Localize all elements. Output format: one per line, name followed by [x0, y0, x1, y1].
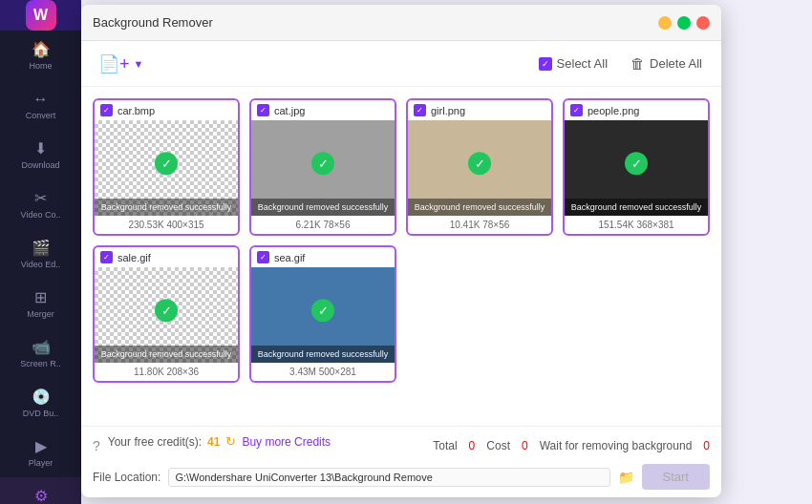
footer-stats: Total 0 Cost 0 Wait for removing backgro… — [433, 439, 710, 452]
background-remover-dialog: Background Remover — □ ✕ 📄+ ▼ ✓ Select A… — [81, 5, 721, 497]
card-image-3: ✓ Background removed successfully — [565, 120, 708, 216]
delete-all-button[interactable]: 🗑 Delete All — [623, 52, 710, 75]
file-location-label: File Location: — [93, 471, 160, 484]
card-meta-2: 10.41K 78×56 — [408, 216, 551, 234]
success-overlay-5: Background removed successfully — [251, 346, 395, 363]
sidebar-icon-6: 📹 — [32, 338, 51, 356]
sidebar-item-player[interactable]: ▶ Player — [0, 428, 81, 477]
main-area: Background Remover — □ ✕ 📄+ ▼ ✓ Select A… — [81, 0, 812, 504]
card-checkbox-1[interactable]: ✓ — [257, 104, 269, 116]
image-card[interactable]: ✓ cat.jpg ✓ Background removed successfu… — [249, 98, 396, 236]
dialog-title: Background Remover — [93, 15, 658, 30]
card-checkbox-4[interactable]: ✓ — [100, 251, 113, 263]
image-card[interactable]: ✓ sea.gif ✓ Background removed successfu… — [249, 245, 396, 383]
footer-help-icon[interactable]: ? — [93, 438, 100, 453]
sidebar-item-videoco..[interactable]: ✂ Video Co.. — [0, 179, 81, 229]
sidebar-item-home[interactable]: 🏠 Home — [0, 31, 81, 80]
dialog-toolbar: 📄+ ▼ ✓ Select All 🗑 Delete All — [81, 41, 721, 87]
close-button[interactable]: ✕ — [696, 16, 710, 30]
image-card[interactable]: ✓ girl.png ✓ Background removed successf… — [406, 98, 553, 236]
sidebar-label-4: Video Ed.. — [21, 260, 60, 269]
card-image-1: ✓ Background removed successfully — [251, 120, 395, 216]
select-all-button[interactable]: ✓ Select All — [531, 52, 615, 74]
image-card[interactable]: ✓ car.bmp ✓ Background removed successfu… — [93, 98, 240, 236]
dropdown-arrow-icon: ▼ — [134, 58, 144, 70]
sidebar-label-6: Screen R.. — [20, 359, 61, 368]
success-check-5: ✓ — [311, 299, 334, 322]
start-button[interactable]: Start — [642, 464, 710, 490]
sidebar-label-5: Merger — [27, 309, 54, 319]
sidebar-icon-7: 💿 — [32, 388, 51, 406]
total-value: 0 — [469, 439, 476, 452]
sidebar-label-0: Home — [29, 61, 52, 71]
sidebar-icon-9: ⚙ — [34, 487, 48, 504]
success-check-2: ✓ — [468, 152, 491, 175]
success-overlay-3: Background removed successfully — [565, 199, 708, 216]
add-files-button[interactable]: 📄+ ▼ — [93, 50, 149, 78]
image-grid: ✓ car.bmp ✓ Background removed successfu… — [81, 87, 721, 426]
card-checkbox-3[interactable]: ✓ — [570, 104, 583, 116]
sidebar-icon-3: ✂ — [34, 189, 47, 207]
credits-info: Your free credit(s): 41 ↻ Buy more Credi… — [108, 434, 331, 449]
card-meta-4: 11.80K 208×36 — [95, 363, 238, 381]
card-checkbox-2[interactable]: ✓ — [414, 104, 426, 116]
refresh-icon[interactable]: ↻ — [225, 434, 236, 449]
minimize-button[interactable]: — — [658, 16, 672, 30]
sidebar-item-dvdbu..[interactable]: 💿 DVD Bu.. — [0, 378, 81, 428]
card-header-1: ✓ cat.jpg — [251, 100, 395, 120]
sidebar-icon-8: ▶ — [35, 437, 47, 455]
sidebar-icon-2: ⬇ — [34, 139, 47, 158]
card-header-0: ✓ car.bmp — [95, 100, 238, 120]
logo-icon: W — [26, 0, 56, 31]
right-background — [712, 0, 812, 504]
cost-value: 0 — [522, 439, 528, 452]
trash-icon: 🗑 — [630, 55, 645, 72]
add-file-icon: 📄+ — [98, 53, 130, 74]
dialog-titlebar: Background Remover — □ ✕ — [81, 5, 721, 41]
sidebar: W 🏠 Home ↔ Convert ⬇ Download ✂ Video Co… — [0, 0, 81, 504]
card-meta-5: 3.43M 500×281 — [251, 363, 395, 381]
maximize-button[interactable]: □ — [677, 16, 691, 30]
dialog-footer: ? Your free credit(s): 41 ↻ Buy more Cre… — [81, 426, 721, 497]
success-overlay-4: Background removed successfully — [95, 346, 238, 363]
card-header-5: ✓ sea.gif — [251, 247, 395, 267]
sidebar-item-videoed..[interactable]: 🎬 Video Ed.. — [0, 229, 81, 279]
sidebar-item-merger[interactable]: ⊞ Merger — [0, 279, 81, 328]
app-logo: W — [0, 0, 81, 31]
card-meta-0: 230.53K 400×315 — [95, 216, 238, 234]
image-card[interactable]: ✓ sale.gif ✓ Background removed successf… — [93, 245, 240, 383]
card-checkbox-0[interactable]: ✓ — [100, 104, 113, 116]
card-filename-4: sale.gif — [118, 252, 151, 263]
sidebar-item-convert[interactable]: ↔ Convert — [0, 80, 81, 130]
image-card[interactable]: ✓ people.png ✓ Background removed succes… — [563, 98, 710, 236]
window-controls: — □ ✕ — [658, 16, 710, 30]
card-checkbox-5[interactable]: ✓ — [257, 251, 269, 263]
sidebar-label-7: DVD Bu.. — [23, 409, 59, 418]
sidebar-icon-1: ↔ — [33, 91, 49, 108]
card-header-2: ✓ girl.png — [408, 100, 551, 120]
card-meta-3: 151.54K 368×381 — [565, 216, 708, 234]
card-image-0: ✓ Background removed successfully — [95, 120, 238, 216]
folder-icon[interactable]: 📁 — [618, 470, 634, 485]
success-check-1: ✓ — [311, 152, 334, 175]
sidebar-item-toolbox[interactable]: ⚙ Toolbox — [0, 477, 81, 504]
card-header-4: ✓ sale.gif — [95, 247, 238, 267]
success-overlay-2: Background removed successfully — [408, 199, 551, 216]
success-overlay-1: Background removed successfully — [251, 199, 395, 216]
card-filename-0: car.bmp — [118, 105, 155, 116]
card-meta-1: 6.21K 78×56 — [251, 216, 395, 234]
card-filename-2: girl.png — [431, 105, 465, 116]
success-check-0: ✓ — [155, 152, 178, 175]
sidebar-item-download[interactable]: ⬇ Download — [0, 130, 81, 179]
sidebar-label-3: Video Co.. — [21, 210, 61, 220]
card-filename-1: cat.jpg — [274, 105, 305, 116]
sidebar-item-screenr..[interactable]: 📹 Screen R.. — [0, 328, 81, 378]
credits-count: 41 — [207, 435, 220, 449]
file-path-input[interactable] — [168, 468, 609, 487]
success-check-4: ✓ — [155, 299, 178, 322]
card-image-2: ✓ Background removed successfully — [408, 120, 551, 216]
card-filename-5: sea.gif — [274, 252, 305, 263]
sidebar-label-2: Download — [21, 160, 59, 170]
card-image-4: ✓ Background removed successfully — [95, 267, 238, 363]
buy-credits-link[interactable]: Buy more Credits — [242, 435, 331, 449]
